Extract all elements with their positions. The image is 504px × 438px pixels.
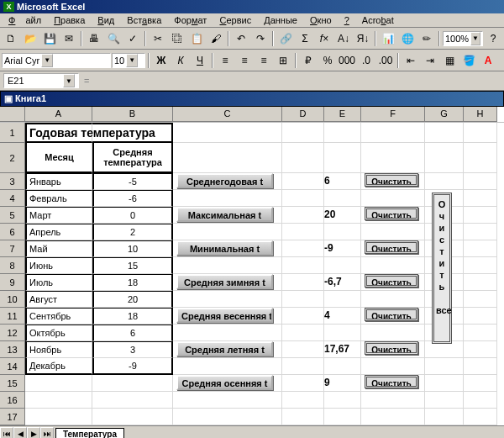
cell[interactable]: Средняятемпература bbox=[92, 143, 173, 173]
cell[interactable] bbox=[25, 375, 92, 392]
clear-button[interactable]: Очистить bbox=[365, 341, 418, 355]
undo-icon[interactable]: ↶ bbox=[232, 29, 250, 47]
cell[interactable]: Годовая температура bbox=[25, 123, 92, 143]
row-header[interactable]: 4 bbox=[0, 190, 25, 207]
chevron-down-icon[interactable]: ▼ bbox=[63, 74, 75, 87]
mail-icon[interactable]: ✉ bbox=[60, 29, 78, 47]
cell[interactable] bbox=[282, 341, 324, 358]
menu-view[interactable]: Вид bbox=[92, 13, 119, 27]
cell[interactable] bbox=[173, 257, 282, 274]
cell[interactable] bbox=[282, 291, 324, 308]
cell[interactable] bbox=[173, 123, 282, 143]
calc-button[interactable]: Средняя весенняя t bbox=[176, 308, 273, 323]
link-icon[interactable]: 🔗 bbox=[276, 29, 295, 47]
cell[interactable] bbox=[464, 308, 497, 325]
cell[interactable] bbox=[464, 207, 497, 224]
cell[interactable]: 15 bbox=[92, 257, 173, 274]
cell[interactable] bbox=[464, 240, 497, 257]
cell[interactable] bbox=[464, 375, 497, 392]
col-header[interactable]: B bbox=[92, 107, 173, 122]
dec-decimal-icon[interactable]: .00 bbox=[376, 51, 395, 69]
italic-icon[interactable]: К bbox=[171, 51, 190, 69]
format-painter-icon[interactable]: 🖌 bbox=[207, 29, 225, 47]
cell[interactable] bbox=[282, 123, 324, 143]
cell[interactable] bbox=[361, 392, 425, 409]
cell[interactable]: Месяц bbox=[25, 143, 92, 173]
cell[interactable]: Октябрь bbox=[25, 325, 92, 341]
sort-asc-icon[interactable]: A↓ bbox=[334, 29, 353, 47]
cell[interactable] bbox=[361, 190, 425, 207]
currency-icon[interactable]: ₽ bbox=[299, 51, 318, 69]
cell[interactable]: Июнь bbox=[25, 257, 92, 274]
cell[interactable] bbox=[361, 358, 425, 375]
cell[interactable] bbox=[282, 143, 324, 173]
menu-window[interactable]: Окно bbox=[305, 13, 337, 27]
cell[interactable]: Август bbox=[25, 291, 92, 308]
cell[interactable] bbox=[92, 392, 173, 409]
cell[interactable] bbox=[464, 173, 497, 190]
cell[interactable] bbox=[324, 325, 361, 341]
cell[interactable] bbox=[464, 325, 497, 341]
cell[interactable]: 6 bbox=[92, 325, 173, 341]
cell[interactable] bbox=[464, 123, 497, 143]
cell[interactable] bbox=[464, 274, 497, 291]
cell[interactable] bbox=[425, 341, 464, 358]
cell[interactable] bbox=[425, 375, 464, 392]
sum-icon[interactable]: Σ bbox=[296, 29, 314, 47]
cell[interactable] bbox=[282, 240, 324, 257]
tab-prev-icon[interactable]: ◀ bbox=[13, 427, 27, 439]
cell[interactable] bbox=[173, 291, 282, 308]
clear-all-button[interactable]: Очиститьвсе bbox=[432, 193, 452, 344]
cell[interactable]: Декабрь bbox=[25, 358, 92, 375]
bold-icon[interactable]: Ж bbox=[152, 51, 171, 69]
cell[interactable]: Январь bbox=[25, 173, 92, 190]
cell[interactable]: -6 bbox=[92, 190, 173, 207]
cell[interactable]: Апрель bbox=[25, 224, 92, 240]
col-header[interactable]: D bbox=[282, 107, 324, 122]
menu-file[interactable]: Файл bbox=[3, 13, 46, 27]
cell[interactable]: 2 bbox=[92, 224, 173, 240]
col-header[interactable]: H bbox=[464, 107, 497, 122]
tab-first-icon[interactable]: ⏮ bbox=[0, 427, 13, 439]
cell[interactable] bbox=[464, 291, 497, 308]
cell[interactable] bbox=[324, 224, 361, 240]
row-header[interactable]: 3 bbox=[0, 173, 25, 190]
indent-dec-icon[interactable]: ⇤ bbox=[402, 51, 420, 69]
row-header[interactable]: 9 bbox=[0, 274, 25, 291]
row-header[interactable]: 2 bbox=[0, 143, 25, 173]
sheet-tab[interactable]: Температура bbox=[55, 428, 124, 439]
cell[interactable] bbox=[92, 375, 173, 392]
save-icon[interactable]: 💾 bbox=[40, 29, 59, 47]
row-header[interactable]: 16 bbox=[0, 392, 25, 409]
cell[interactable] bbox=[324, 358, 361, 375]
row-header[interactable]: 12 bbox=[0, 325, 25, 341]
cell[interactable] bbox=[25, 409, 92, 425]
menu-tools[interactable]: Сервис bbox=[214, 13, 256, 27]
cell[interactable] bbox=[282, 190, 324, 207]
cell[interactable] bbox=[282, 392, 324, 409]
calc-button[interactable]: Минимальная t bbox=[176, 240, 273, 256]
clear-button[interactable]: Очистить bbox=[365, 207, 418, 220]
cell[interactable] bbox=[92, 409, 173, 425]
calc-button[interactable]: Среднегодовая t bbox=[176, 173, 273, 188]
cell[interactable] bbox=[361, 257, 425, 274]
cell[interactable] bbox=[361, 123, 425, 143]
cell[interactable] bbox=[282, 207, 324, 224]
chevron-down-icon[interactable]: ▼ bbox=[126, 54, 138, 67]
cell[interactable] bbox=[324, 190, 361, 207]
cell[interactable]: 3 bbox=[92, 341, 173, 358]
chevron-down-icon[interactable]: ▼ bbox=[41, 54, 53, 67]
col-header[interactable]: C bbox=[173, 107, 282, 122]
open-icon[interactable]: 📂 bbox=[21, 29, 39, 47]
row-header[interactable]: 1 bbox=[0, 123, 25, 143]
calc-button[interactable]: Средняя летняя t bbox=[176, 341, 273, 356]
sort-desc-icon[interactable]: Я↓ bbox=[354, 29, 372, 47]
cell[interactable] bbox=[464, 358, 497, 375]
size-combo[interactable]: 10▼ bbox=[112, 53, 145, 68]
cell[interactable] bbox=[282, 375, 324, 392]
fx-icon[interactable]: f× bbox=[315, 29, 333, 47]
cell[interactable] bbox=[425, 173, 464, 190]
cell[interactable] bbox=[173, 224, 282, 240]
cell[interactable] bbox=[361, 291, 425, 308]
cell[interactable] bbox=[282, 224, 324, 240]
